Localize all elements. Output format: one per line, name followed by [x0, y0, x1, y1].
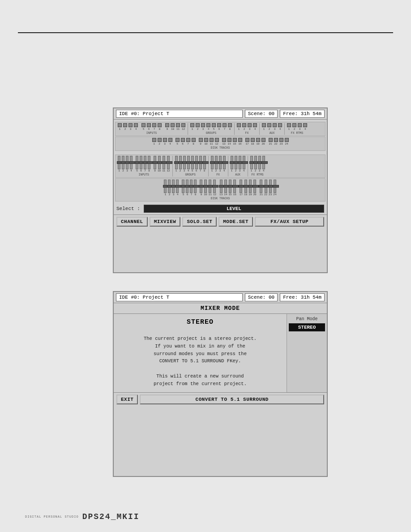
fader-row-disk: 1 2 3 4 5 6 7 8 9 10 11 12 13 14	[115, 178, 325, 202]
group-ch7: 7	[223, 123, 227, 131]
disk-ch14: 14	[227, 138, 231, 146]
fdisk24: 24	[273, 180, 276, 196]
fader-aux1: 1	[231, 156, 233, 172]
fxrtms-ch4: 4	[303, 123, 307, 131]
btn-row-disk: 1 2 3 4 5 6 7 8 9 10 11 12 13 14	[115, 137, 325, 151]
panel1-select-bar: Select : LEVEL	[114, 203, 327, 215]
p2-free-value: 31h 54m	[301, 295, 321, 300]
fader-fxr2: 2	[254, 156, 257, 172]
panel1-header: IDE #0: Project T Scene: 00 Free: 31h 54…	[114, 108, 327, 120]
logo-small: DIGITAL PERSONAL STUDIO	[25, 515, 79, 519]
fader-inputs-label: INPUTS	[139, 173, 149, 176]
fx-ch3: 3	[248, 123, 252, 131]
disk-ch11: 11	[210, 138, 214, 146]
group-ch5: 5	[212, 123, 216, 131]
fdisk22: 22	[264, 180, 267, 196]
fdisk12: 12	[213, 180, 216, 196]
group-ch2: 2	[196, 123, 200, 131]
panel1-scene: Scene: 00	[245, 110, 278, 118]
fdisk9: 9	[200, 180, 202, 196]
fader-fx1: 1	[211, 156, 214, 172]
fader-fxr4: 4	[262, 156, 265, 172]
disk-ch16: 16	[238, 138, 242, 146]
description-text: The current project is a stereo project.…	[118, 335, 282, 388]
fdisk1: 1	[164, 180, 167, 196]
disk-ch9: 9	[199, 138, 203, 146]
disk-ch12: 12	[215, 138, 219, 146]
disk-ch21: 21	[269, 138, 273, 146]
group-ch1: 1	[190, 123, 194, 131]
fader-groups-label: GROUPS	[185, 173, 195, 176]
disk-ch15: 15	[233, 138, 237, 146]
fdisk10: 10	[204, 180, 207, 196]
input-ch6: 6	[147, 123, 151, 131]
fader-in2: 2	[122, 156, 124, 172]
fdisk2: 2	[168, 180, 171, 196]
fader-aux4: 4	[243, 156, 245, 172]
group-ch8: 8	[228, 123, 232, 131]
group-ch3: 3	[201, 123, 205, 131]
disk-ch22: 22	[274, 138, 278, 146]
panel2-free: Free: 31h 54m	[280, 293, 325, 301]
panel2-header: IDE #0: Project T Scene: 00 Free: 31h 54…	[114, 292, 327, 303]
inputs-btn-group: 1 2 3 4 5 6 7 8 9 10 11 12	[117, 123, 188, 135]
fader-fxr3: 3	[258, 156, 261, 172]
exit-button[interactable]: EXIT	[116, 395, 138, 404]
fdisk3: 3	[172, 180, 175, 196]
fader-fxr1: 1	[250, 156, 253, 172]
fxrtms-ch1: 1	[287, 123, 291, 131]
mixview-button[interactable]: MIXVIEW	[150, 217, 181, 227]
panel1-fader-top: 1 2 3 4 5 6 7 8 9 10 11 12	[114, 152, 327, 203]
fader-in11: 11	[162, 156, 165, 172]
disk-ch18: 18	[251, 138, 255, 146]
fader-aux3: 3	[239, 156, 241, 172]
fx-label: FX	[245, 132, 249, 135]
aux-ch4: 4	[278, 123, 282, 131]
panel2-sidebar: Pan Mode STEREO	[287, 314, 327, 392]
p2-scene-label: Scene:	[248, 295, 266, 300]
fader-inputs-group: 1 2 3 4 5 6 7 8 9 10 11 12	[117, 156, 173, 176]
pan-mode-value: STEREO	[289, 323, 325, 331]
fxaux-button[interactable]: FX/AUX SETUP	[255, 217, 324, 227]
input-ch11: 11	[176, 123, 180, 131]
fdisk15: 15	[228, 180, 231, 196]
fader-g1: 1	[175, 156, 178, 172]
fx-ch1: 1	[237, 123, 241, 131]
input-ch1: 1	[118, 123, 122, 131]
disk-ch20: 20	[261, 138, 265, 146]
disk-ch8: 8	[192, 138, 196, 146]
fader-in9: 9	[154, 156, 156, 172]
input-ch9: 9	[165, 123, 169, 131]
panel2-mixer-mode: IDE #0: Project T Scene: 00 Free: 31h 54…	[113, 291, 328, 477]
fxrtms-ch3: 3	[298, 123, 302, 131]
disk-ch2: 2	[158, 138, 162, 146]
fader-in5: 5	[136, 156, 138, 172]
fxrtms-btn-group: 1 2 3 4 FX RTMS	[287, 123, 309, 135]
fader-fx3: 3	[219, 156, 222, 172]
input-ch2: 2	[123, 123, 127, 131]
top-rule	[18, 32, 393, 33]
scene-label: Scene:	[248, 111, 266, 116]
channel-button[interactable]: CHANNEL	[116, 217, 148, 227]
panel1-project: IDE #0: Project T	[116, 110, 243, 118]
fdisk23: 23	[269, 180, 272, 196]
panel2-scene: Scene: 00	[245, 293, 278, 301]
aux-ch3: 3	[273, 123, 277, 131]
fdisk13: 13	[219, 180, 223, 196]
p2-scene-value: 00	[269, 295, 274, 300]
fader-disk-label: DISK TRACKS	[211, 197, 230, 200]
btn-row-1: 1 2 3 4 5 6 7 8 9 10 11 12	[115, 122, 325, 136]
fxrtms-ch2: 2	[292, 123, 296, 131]
fader-g8: 8	[203, 156, 206, 172]
fader-in1: 1	[118, 156, 120, 172]
soloset-button[interactable]: SOLO.SET	[182, 217, 217, 227]
groups-label: GROUPS	[206, 132, 216, 135]
select-label: Select :	[116, 206, 140, 211]
panel1-mixer: IDE #0: Project T Scene: 00 Free: 31h 54…	[113, 107, 328, 273]
stereo-title: STEREO	[118, 318, 282, 326]
fdisk17: 17	[240, 180, 243, 196]
modeset-button[interactable]: MODE.SET	[218, 217, 253, 227]
groups-btn-group: 1 2 3 4 5 6 7 8 GROUPS	[190, 123, 235, 135]
convert-button[interactable]: CONVERT TO 5.1 SURROUND	[140, 395, 324, 404]
logo-big: DPS24_MKII	[82, 512, 140, 521]
